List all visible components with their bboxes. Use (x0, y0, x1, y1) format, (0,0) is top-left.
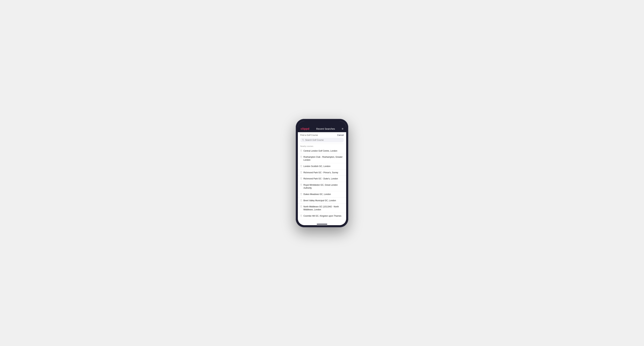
home-indicator (298, 223, 346, 225)
app-header: clippd Recent Searches ≡ (298, 126, 346, 132)
svg-point-8 (301, 193, 301, 194)
course-name: North Middlesex GC (1011942 - North Midd… (304, 205, 344, 211)
list-item[interactable]: Richmond Park GC - Duke's, London (298, 176, 346, 182)
nearby-section-label: Nearby courses (298, 144, 346, 148)
location-pin-icon (300, 199, 302, 202)
svg-point-10 (301, 206, 301, 206)
svg-point-11 (301, 215, 301, 216)
home-bar (317, 224, 327, 224)
svg-point-9 (301, 200, 301, 200)
location-pin-icon (300, 177, 302, 180)
content-area: Find a Golf Course Cancel Nearby c (298, 132, 346, 223)
location-pin-icon (300, 150, 302, 152)
search-wrapper (298, 138, 346, 144)
location-pin-icon (300, 165, 302, 168)
svg-point-2 (301, 150, 301, 150)
phone-frame: clippd Recent Searches ≡ Find a Golf Cou… (296, 119, 348, 227)
svg-point-3 (301, 156, 301, 157)
phone-screen: clippd Recent Searches ≡ Find a Golf Cou… (298, 121, 346, 225)
cancel-button[interactable]: Cancel (337, 134, 344, 136)
location-pin-icon (300, 193, 302, 196)
course-name: Roehampton Club - Roehampton, Greater Lo… (304, 156, 344, 162)
location-pin-icon (300, 156, 302, 159)
course-name: Dukes Meadows GC, London (304, 193, 331, 196)
svg-point-5 (301, 172, 301, 172)
course-name: Coombe Hill GC, Kingston upon Thames (304, 214, 342, 217)
course-name: Royal Wimbledon GC, Great London Authori… (304, 183, 344, 189)
svg-point-4 (301, 166, 301, 166)
find-label: Find a Golf Course (300, 134, 318, 136)
list-item[interactable]: Brent Valley Municipal GC, London (298, 197, 346, 204)
list-item[interactable]: Royal Wimbledon GC, Great London Authori… (298, 182, 346, 191)
list-item[interactable]: Roehampton Club - Roehampton, Greater Lo… (298, 154, 346, 163)
location-pin-icon (300, 171, 302, 174)
find-header: Find a Golf Course Cancel (298, 132, 346, 138)
svg-point-7 (301, 184, 301, 185)
location-pin-icon (300, 184, 302, 186)
list-item[interactable]: North Middlesex GC (1011942 - North Midd… (298, 204, 346, 213)
course-name: Richmond Park GC - Duke's, London (304, 177, 338, 180)
course-name: London Scottish GC, London (304, 165, 330, 168)
list-item[interactable]: Dukes Meadows GC, London (298, 191, 346, 197)
course-name: Richmond Park GC - Prince's, Surrey (304, 171, 338, 174)
course-name: Brent Valley Municipal GC, London (304, 199, 336, 202)
search-input-container (300, 138, 344, 142)
list-item[interactable]: Central London Golf Centre, London (298, 148, 346, 154)
page-title: Recent Searches (316, 128, 335, 130)
list-item[interactable]: Coombe Hill GC, Kingston upon Thames (298, 213, 346, 219)
list-item[interactable]: London Scottish GC, London (298, 163, 346, 170)
search-input[interactable] (305, 139, 342, 141)
course-list: Central London Golf Centre, London Roeha… (298, 148, 346, 223)
phone-notch (298, 121, 346, 126)
location-pin-icon (300, 205, 302, 208)
location-pin-icon (300, 215, 302, 217)
svg-point-6 (301, 178, 301, 178)
list-item[interactable]: Richmond Park GC - Prince's, Surrey (298, 170, 346, 176)
svg-line-1 (304, 140, 304, 141)
course-name: Central London Golf Centre, London (304, 150, 337, 153)
search-icon (302, 139, 304, 141)
app-logo: clippd (301, 127, 310, 130)
menu-icon[interactable]: ≡ (342, 128, 343, 130)
